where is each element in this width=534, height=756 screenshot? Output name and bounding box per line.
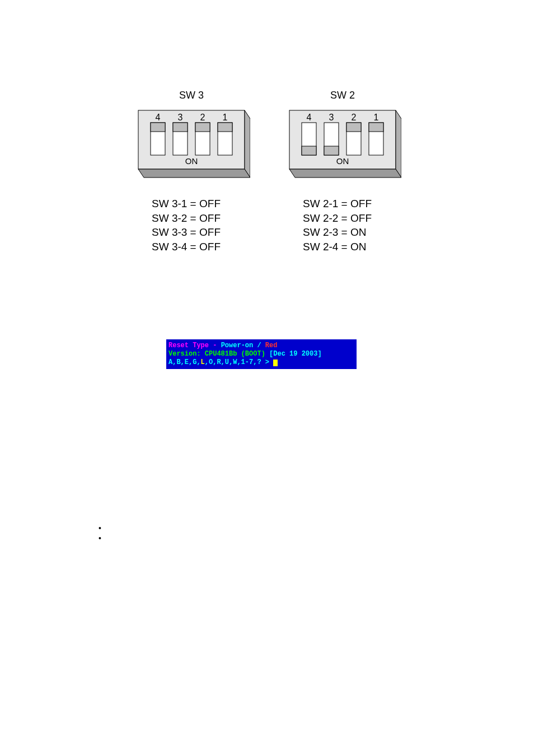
terminal-line: A,B,E,G,L,O,R,U,W,1-7,? > [168,358,353,367]
switch-state: SW 3-1 = OFF [152,197,250,211]
svg-rect-11 [218,123,232,132]
terminal-line: Reset Type - Power-on / Red [168,342,353,350]
terminal-text: ,O,R,U,W,1-7,? > [205,358,273,366]
switch-block-sw2: SW 2 4 3 2 1 [284,90,401,254]
switch-state: SW 2-1 = OFF [303,197,401,211]
terminal-text: / [253,342,265,349]
terminal-text: L [201,358,205,366]
switch-block-sw3: SW 3 4 3 2 1 [133,90,250,254]
switch-state: SW 2-3 = ON [303,225,401,240]
svg-marker-15 [289,169,401,178]
svg-marker-2 [245,110,250,178]
terminal-output: Reset Type - Power-on / Red Version: CPU… [166,339,357,369]
switch-state-list: SW 3-1 = OFF SW 3-2 = OFF SW 3-3 = OFF S… [133,197,250,254]
dip-slot [173,123,188,155]
terminal-text: Version: CPU481Bb (BOOT) [168,350,269,358]
svg-marker-14 [396,110,401,178]
switch-state: SW 2-4 = ON [303,240,401,254]
terminal-text: Red [265,342,278,349]
terminal-text: Reset Type - [168,342,221,349]
svg-marker-3 [138,169,250,178]
terminal-line: Version: CPU481Bb (BOOT) [Dec 19 2003] [168,350,353,358]
bullet-list: • • [99,524,101,544]
dip-slot [151,123,165,155]
slot-num: 2 [200,113,205,122]
switch-state: SW 3-4 = OFF [152,240,250,254]
dip-switch-figure: SW 3 4 3 2 1 [0,90,534,254]
dip-slot [346,123,361,155]
slot-num: 1 [374,113,379,122]
slot-num: 3 [178,113,183,122]
slot-num: 1 [223,113,228,122]
svg-rect-19 [324,146,339,155]
dip-switch-sw3: 4 3 2 1 [133,105,250,183]
terminal-text: Power-on [221,342,254,349]
slot-num: 2 [352,113,357,122]
slot-num: 4 [156,113,161,122]
dip-switch-sw2: 4 3 2 1 [284,105,401,183]
switch-state: SW 3-3 = OFF [152,225,250,240]
dip-slot [195,123,210,155]
terminal-text: A,B,E,G, [168,358,201,366]
svg-rect-7 [173,123,188,132]
svg-rect-5 [151,123,165,132]
dip-slot [218,123,232,155]
svg-rect-17 [302,146,316,155]
switch-title: SW 3 [133,90,250,101]
svg-rect-21 [346,123,361,132]
switch-state: SW 3-2 = OFF [152,211,250,226]
dip-slot [324,123,339,155]
switch-state: SW 2-2 = OFF [303,211,401,226]
switch-state-list: SW 2-1 = OFF SW 2-2 = OFF SW 2-3 = ON SW… [284,197,401,254]
on-label: ON [185,156,198,166]
switch-title: SW 2 [284,90,401,101]
on-label: ON [336,156,349,166]
cursor-icon [273,360,278,366]
dip-slot [369,123,383,155]
bullet-icon: • [99,524,101,533]
dip-slot [302,123,316,155]
slot-num: 3 [329,113,334,122]
terminal-text: [Dec 19 2003] [269,350,322,358]
svg-rect-23 [369,123,383,132]
slot-num: 4 [307,113,312,122]
svg-rect-9 [195,123,210,132]
bullet-icon: • [99,534,101,543]
